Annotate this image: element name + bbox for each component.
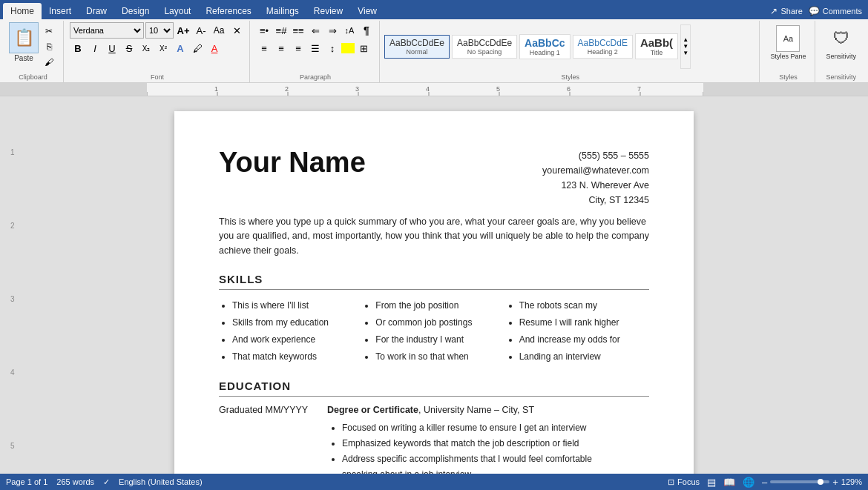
- focus-button[interactable]: ⊡ Focus: [668, 477, 700, 487]
- svg-text:3: 3: [355, 85, 359, 93]
- increase-font-button[interactable]: A+: [175, 22, 191, 39]
- education-header: EDUCATION: [219, 378, 649, 397]
- styles-pane-group: Aa Styles Pane Styles: [761, 21, 815, 82]
- zoom-controls: – + 129%: [762, 477, 862, 488]
- zoom-in-button[interactable]: +: [832, 477, 838, 488]
- bold-button[interactable]: B: [70, 40, 86, 56]
- justify-button[interactable]: ☰: [307, 40, 323, 56]
- tab-view[interactable]: View: [350, 3, 384, 19]
- scroll-styles-button[interactable]: ▲▼▼: [680, 24, 691, 69]
- paste-label: Paste: [14, 54, 33, 62]
- clear-format-button[interactable]: ✕: [228, 22, 245, 39]
- zoom-level: 129%: [841, 477, 862, 486]
- clipboard-group: 📋 Paste ✂ ⎘ 🖌 Clipboard: [3, 21, 64, 82]
- font-name-select[interactable]: Verdana: [70, 22, 144, 39]
- font-group: Verdana 10 A+ A- Aa ✕ B I U S X₂ X² A 🖊 …: [65, 21, 250, 82]
- bullets-button[interactable]: ≡•: [256, 22, 272, 39]
- language-indicator[interactable]: English (United States): [119, 477, 203, 486]
- font-color-button[interactable]: A: [206, 40, 223, 56]
- status-bar: Page 1 of 1 265 words ✓ English (United …: [0, 474, 868, 490]
- summary-text: This is where you type up a quick summar…: [219, 215, 649, 258]
- decrease-indent-button[interactable]: ⇐: [307, 22, 323, 39]
- page-count: Page 1 of 1: [6, 477, 47, 486]
- tab-mailings[interactable]: Mailings: [259, 3, 306, 19]
- skills-col3: The robots scan my Resume I will rank hi…: [506, 297, 649, 365]
- numbering-button[interactable]: ≡#: [273, 22, 289, 39]
- sort-button[interactable]: ↕A: [341, 22, 358, 39]
- tab-layout[interactable]: Layout: [157, 3, 198, 19]
- education-detail: Degree or Certificate, University Name –…: [327, 404, 649, 474]
- italic-button[interactable]: I: [87, 40, 103, 56]
- margin-indicators: 1 2 3 4 5: [10, 148, 15, 450]
- spell-check-icon[interactable]: ✓: [103, 477, 110, 487]
- tab-draw[interactable]: Draw: [79, 3, 114, 19]
- styles-group: AaBbCcDdEe Normal AaBbCcDdEe No Spacing …: [381, 21, 760, 82]
- tab-insert[interactable]: Insert: [42, 3, 79, 19]
- show-formatting-button[interactable]: ¶: [358, 22, 375, 39]
- style-heading1[interactable]: AaBbCc Heading 1: [519, 34, 570, 59]
- tab-design[interactable]: Design: [114, 3, 157, 19]
- ruler: 1 2 3 4 5 6 7: [0, 83, 868, 96]
- tab-references[interactable]: References: [198, 3, 258, 19]
- multilevel-button[interactable]: ≡≡: [290, 22, 306, 39]
- paste-button[interactable]: 📋: [9, 22, 39, 53]
- subscript-button[interactable]: X₂: [138, 40, 154, 56]
- word-count: 265 words: [56, 477, 94, 486]
- underline-button[interactable]: U: [104, 40, 120, 56]
- font-size-select[interactable]: 10: [145, 22, 174, 39]
- zoom-slider[interactable]: [770, 480, 829, 483]
- document-area: 1 2 3 4 5 Your Name (555) 555 – 5555 you…: [0, 96, 868, 474]
- line-spacing-button[interactable]: ↕: [324, 40, 341, 56]
- style-title[interactable]: AaBb( Title: [635, 33, 678, 59]
- paragraph-group: ≡• ≡# ≡≡ ⇐ ⇒ ↕A ¶ ≡ ≡ ≡ ☰ ↕ ⊞ Paragraph: [251, 21, 380, 82]
- skills-header: SKILLS: [219, 271, 649, 290]
- skills-col2: From the job position Or common job post…: [362, 297, 505, 365]
- text-effects-button[interactable]: A: [172, 40, 188, 56]
- share-icon: ↗: [770, 6, 777, 16]
- align-center-button[interactable]: ≡: [273, 40, 289, 56]
- svg-text:6: 6: [567, 85, 571, 93]
- education-section: EDUCATION Graduated MM/YYYY Degree or Ce…: [219, 378, 649, 474]
- change-case-button[interactable]: Aa: [211, 22, 227, 39]
- tab-review[interactable]: Review: [306, 3, 350, 19]
- borders-button[interactable]: ⊞: [355, 40, 372, 56]
- comments-button[interactable]: 💬 Comments: [809, 6, 862, 16]
- view-mode-button[interactable]: ▤: [707, 477, 716, 488]
- increase-indent-button[interactable]: ⇒: [324, 22, 341, 39]
- strikethrough-button[interactable]: S: [121, 40, 137, 56]
- align-right-button[interactable]: ≡: [290, 40, 306, 56]
- svg-text:7: 7: [637, 85, 641, 93]
- superscript-button[interactable]: X²: [155, 40, 171, 56]
- svg-text:1: 1: [214, 85, 218, 93]
- focus-icon: ⊡: [668, 477, 674, 487]
- document-page[interactable]: Your Name (555) 555 – 5555 youremail@wha…: [174, 111, 694, 474]
- sensitivity-group: 🛡 Sensitivity Sensitivity: [817, 21, 865, 82]
- styles-pane-button[interactable]: Aa Styles Pane: [767, 22, 809, 63]
- style-no-spacing[interactable]: AaBbCcDdEe No Spacing: [452, 35, 517, 59]
- read-mode-button[interactable]: 📖: [723, 477, 735, 488]
- svg-text:2: 2: [285, 85, 289, 93]
- svg-text:4: 4: [426, 85, 430, 93]
- web-layout-button[interactable]: 🌐: [743, 477, 754, 488]
- candidate-name: Your Name: [219, 148, 366, 176]
- skills-section: SKILLS This is where I'll list Skills fr…: [219, 271, 649, 365]
- cut-button[interactable]: ✂: [41, 24, 57, 39]
- clipboard-small-buttons: ✂ ⎘ 🖌: [41, 22, 57, 70]
- graduation-date: Graduated MM/YYYY: [219, 404, 315, 474]
- format-painter-button[interactable]: 🖌: [41, 55, 57, 70]
- tab-home[interactable]: Home: [3, 3, 42, 19]
- contact-info: (555) 555 – 5555 youremail@whatever.com …: [542, 148, 649, 208]
- copy-button[interactable]: ⎘: [41, 39, 57, 54]
- text-highlight-button[interactable]: 🖊: [189, 40, 206, 56]
- style-normal[interactable]: AaBbCcDdEe Normal: [384, 35, 450, 59]
- style-heading2[interactable]: AaBbCcDdE Heading 2: [573, 35, 633, 59]
- zoom-out-button[interactable]: –: [762, 477, 767, 488]
- align-left-button[interactable]: ≡: [256, 40, 272, 56]
- sensitivity-button[interactable]: 🛡 Sensitivity: [823, 22, 859, 63]
- share-button[interactable]: ↗ Share: [770, 6, 802, 16]
- skills-col1: This is where I'll list Skills from my e…: [219, 297, 362, 365]
- svg-text:5: 5: [496, 85, 500, 93]
- shading-button[interactable]: [341, 43, 355, 53]
- decrease-font-button[interactable]: A-: [193, 22, 209, 39]
- comment-icon: 💬: [809, 6, 820, 16]
